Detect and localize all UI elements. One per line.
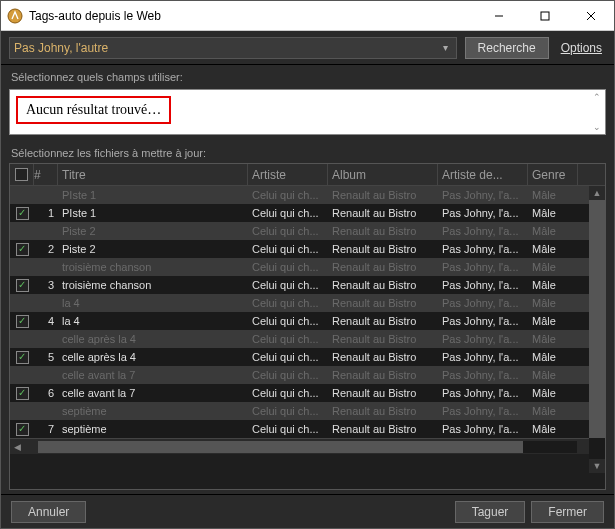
table-header: # Titre Artiste Album Artiste de... Genr…: [10, 164, 605, 186]
cell-album: Renault au Bistro: [328, 351, 438, 363]
cell-num: 1: [34, 207, 58, 219]
cell-artist: Celui qui ch...: [248, 189, 328, 201]
cell-artist: Celui qui ch...: [248, 315, 328, 327]
cell-album-artist: Pas Johny, l'a...: [438, 243, 528, 255]
row-checkbox[interactable]: ✓: [16, 423, 29, 436]
cell-artist: Celui qui ch...: [248, 243, 328, 255]
cell-artist: Celui qui ch...: [248, 423, 328, 435]
cell-album-artist: Pas Johny, l'a...: [438, 333, 528, 345]
table-row[interactable]: ✓3troisième chansonCelui qui ch...Renaul…: [10, 276, 605, 294]
header-checkbox-col[interactable]: [10, 164, 34, 185]
search-combo[interactable]: ▾: [9, 37, 457, 59]
cell-album: Renault au Bistro: [328, 423, 438, 435]
cell-artist: Celui qui ch...: [248, 225, 328, 237]
cell-title: septième: [58, 423, 248, 435]
maximize-button[interactable]: [522, 1, 568, 31]
cell-album-artist: Pas Johny, l'a...: [438, 405, 528, 417]
table-row[interactable]: celle après la 4Celui qui ch...Renault a…: [10, 330, 605, 348]
close-button[interactable]: [568, 1, 614, 31]
table-row[interactable]: celle avant la 7Celui qui ch...Renault a…: [10, 366, 605, 384]
search-input[interactable]: [14, 41, 439, 55]
close-dialog-button[interactable]: Fermer: [531, 501, 604, 523]
svg-rect-2: [541, 12, 549, 20]
cell-album-artist: Pas Johny, l'a...: [438, 279, 528, 291]
header-num[interactable]: #: [34, 164, 58, 185]
cell-artist: Celui qui ch...: [248, 333, 328, 345]
header-checkbox[interactable]: [15, 168, 28, 181]
table-row[interactable]: troisième chansonCelui qui ch...Renault …: [10, 258, 605, 276]
header-album[interactable]: Album: [328, 164, 438, 185]
cell-artist: Celui qui ch...: [248, 387, 328, 399]
search-button[interactable]: Recherche: [465, 37, 549, 59]
cell-album: Renault au Bistro: [328, 261, 438, 273]
cell-album: Renault au Bistro: [328, 387, 438, 399]
scroll-left-icon[interactable]: ◀: [10, 442, 24, 452]
cell-title: celle avant la 7: [58, 369, 248, 381]
file-table: # Titre Artiste Album Artiste de... Genr…: [9, 163, 606, 490]
row-checkbox[interactable]: ✓: [16, 279, 29, 292]
table-row[interactable]: Piste 2Celui qui ch...Renault au BistroP…: [10, 222, 605, 240]
cell-album: Renault au Bistro: [328, 405, 438, 417]
cell-title: la 4: [58, 297, 248, 309]
cancel-button[interactable]: Annuler: [11, 501, 86, 523]
vertical-scrollbar[interactable]: ▲ ▼: [589, 186, 605, 473]
cell-genre: Mâle: [528, 189, 578, 201]
cell-artist: Celui qui ch...: [248, 405, 328, 417]
cell-num: 5: [34, 351, 58, 363]
row-checkbox[interactable]: ✓: [16, 387, 29, 400]
cell-title: Piste 2: [58, 243, 248, 255]
table-row[interactable]: ✓7septièmeCelui qui ch...Renault au Bist…: [10, 420, 605, 438]
scroll-up-icon[interactable]: ▲: [589, 186, 605, 200]
row-checkbox[interactable]: ✓: [16, 207, 29, 220]
table-row[interactable]: la 4Celui qui ch...Renault au BistroPas …: [10, 294, 605, 312]
hscroll-thumb[interactable]: [38, 441, 523, 453]
row-checkbox[interactable]: ✓: [16, 243, 29, 256]
titlebar: Tags-auto depuis le Web: [1, 1, 614, 31]
options-link[interactable]: Options: [557, 41, 606, 55]
table-row[interactable]: PIste 1Celui qui ch...Renault au BistroP…: [10, 186, 605, 204]
table-row[interactable]: ✓5celle après la 4Celui qui ch...Renault…: [10, 348, 605, 366]
cell-genre: Mâle: [528, 297, 578, 309]
table-row[interactable]: ✓2Piste 2Celui qui ch...Renault au Bistr…: [10, 240, 605, 258]
cell-album-artist: Pas Johny, l'a...: [438, 423, 528, 435]
tag-button[interactable]: Taguer: [455, 501, 526, 523]
cell-num: 6: [34, 387, 58, 399]
cell-artist: Celui qui ch...: [248, 207, 328, 219]
cell-title: PIste 1: [58, 207, 248, 219]
cell-title: PIste 1: [58, 189, 248, 201]
table-row[interactable]: ✓6celle avant la 7Celui qui ch...Renault…: [10, 384, 605, 402]
cell-genre: Mâle: [528, 423, 578, 435]
cell-album-artist: Pas Johny, l'a...: [438, 315, 528, 327]
cell-artist: Celui qui ch...: [248, 297, 328, 309]
vscroll-thumb[interactable]: [589, 200, 605, 438]
fields-result-box: Aucun résultat trouvé… ⌃⌄: [9, 89, 606, 135]
cell-album: Renault au Bistro: [328, 369, 438, 381]
header-title[interactable]: Titre: [58, 164, 248, 185]
header-album-artist[interactable]: Artiste de...: [438, 164, 528, 185]
table-row[interactable]: ✓1PIste 1Celui qui ch...Renault au Bistr…: [10, 204, 605, 222]
cell-title: celle avant la 7: [58, 387, 248, 399]
cell-genre: Mâle: [528, 333, 578, 345]
cell-album: Renault au Bistro: [328, 189, 438, 201]
result-scroll-hint: ⌃⌄: [591, 92, 603, 132]
header-artist[interactable]: Artiste: [248, 164, 328, 185]
cell-album-artist: Pas Johny, l'a...: [438, 369, 528, 381]
cell-album-artist: Pas Johny, l'a...: [438, 297, 528, 309]
header-genre[interactable]: Genre: [528, 164, 578, 185]
minimize-button[interactable]: [476, 1, 522, 31]
chevron-down-icon[interactable]: ▾: [439, 42, 452, 53]
cell-album-artist: Pas Johny, l'a...: [438, 207, 528, 219]
row-checkbox[interactable]: ✓: [16, 351, 29, 364]
row-checkbox[interactable]: ✓: [16, 315, 29, 328]
cell-num: 3: [34, 279, 58, 291]
cell-title: la 4: [58, 315, 248, 327]
table-row[interactable]: ✓4la 4Celui qui ch...Renault au BistroPa…: [10, 312, 605, 330]
cell-genre: Mâle: [528, 405, 578, 417]
cell-artist: Celui qui ch...: [248, 369, 328, 381]
cell-genre: Mâle: [528, 387, 578, 399]
horizontal-scrollbar[interactable]: ◀ ▶: [10, 438, 605, 454]
table-row[interactable]: septièmeCelui qui ch...Renault au Bistro…: [10, 402, 605, 420]
cell-title: celle après la 4: [58, 351, 248, 363]
scroll-down-icon[interactable]: ▼: [589, 459, 605, 473]
cell-album-artist: Pas Johny, l'a...: [438, 225, 528, 237]
